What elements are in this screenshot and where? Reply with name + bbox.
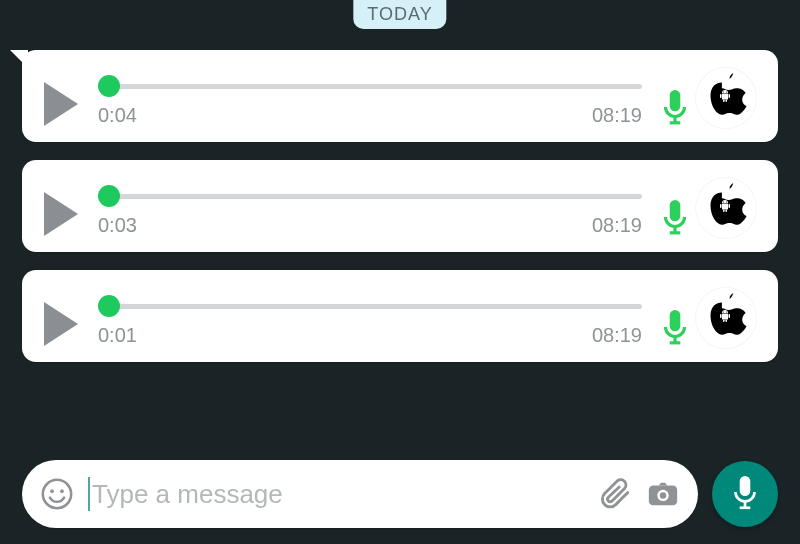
svg-rect-17 xyxy=(729,204,731,208)
camera-icon[interactable] xyxy=(646,477,680,511)
svg-point-4 xyxy=(726,92,727,93)
voice-message-bubble: 0:04 08:19 xyxy=(22,50,778,142)
svg-rect-8 xyxy=(723,100,725,103)
seekbar-thumb[interactable] xyxy=(98,295,120,317)
compose-bar: Type a message xyxy=(22,460,778,528)
audio-track-area: 0:04 08:19 xyxy=(98,68,642,127)
apple-android-icon xyxy=(704,183,748,233)
play-icon[interactable] xyxy=(44,302,78,346)
audio-track-area: 0:03 08:19 xyxy=(98,178,642,237)
emoji-icon[interactable] xyxy=(40,477,74,511)
svg-point-30 xyxy=(43,480,71,508)
svg-rect-36 xyxy=(740,476,751,496)
svg-point-13 xyxy=(723,202,724,203)
svg-rect-26 xyxy=(720,314,722,318)
svg-rect-6 xyxy=(720,94,722,98)
svg-rect-20 xyxy=(670,310,681,331)
message-time: 08:19 xyxy=(592,104,642,127)
voice-message-bubble: 0:01 08:19 xyxy=(22,270,778,362)
svg-rect-27 xyxy=(729,314,731,318)
play-icon[interactable] xyxy=(44,192,78,236)
date-pill: TODAY xyxy=(353,0,446,29)
audio-duration: 0:04 xyxy=(98,104,137,127)
svg-rect-7 xyxy=(729,94,731,98)
mic-white-icon xyxy=(731,476,759,512)
mic-icon xyxy=(662,90,688,126)
svg-rect-19 xyxy=(726,210,728,213)
audio-duration: 0:01 xyxy=(98,324,137,347)
svg-point-32 xyxy=(60,489,64,493)
sender-avatar[interactable] xyxy=(696,288,756,348)
svg-rect-25 xyxy=(722,314,728,320)
mic-icon xyxy=(662,310,688,346)
text-cursor xyxy=(88,477,90,511)
svg-point-35 xyxy=(660,492,667,499)
audio-meta: 0:04 08:19 xyxy=(98,104,642,127)
svg-point-31 xyxy=(50,489,54,493)
mic-icon xyxy=(662,200,688,236)
svg-point-23 xyxy=(723,312,724,313)
record-voice-button[interactable] xyxy=(712,461,778,527)
svg-point-24 xyxy=(726,312,727,313)
apple-android-icon xyxy=(704,293,748,343)
audio-track-area: 0:01 08:19 xyxy=(98,288,642,347)
compose-box: Type a message xyxy=(22,460,698,528)
seekbar-line xyxy=(98,304,642,309)
apple-android-icon xyxy=(704,73,748,123)
audio-seekbar[interactable] xyxy=(98,74,642,98)
svg-rect-9 xyxy=(726,100,728,103)
sender-avatar[interactable] xyxy=(696,178,756,238)
svg-rect-0 xyxy=(670,90,681,111)
svg-rect-18 xyxy=(723,210,725,213)
svg-rect-10 xyxy=(670,200,681,221)
input-placeholder: Type a message xyxy=(92,479,283,510)
audio-seekbar[interactable] xyxy=(98,184,642,208)
message-input[interactable]: Type a message xyxy=(88,460,584,528)
sender-avatar[interactable] xyxy=(696,68,756,128)
seekbar-thumb[interactable] xyxy=(98,75,120,97)
audio-duration: 0:03 xyxy=(98,214,137,237)
svg-rect-15 xyxy=(722,204,728,210)
audio-meta: 0:03 08:19 xyxy=(98,214,642,237)
seekbar-thumb[interactable] xyxy=(98,185,120,207)
message-time: 08:19 xyxy=(592,324,642,347)
svg-point-3 xyxy=(723,92,724,93)
voice-message-bubble: 0:03 08:19 xyxy=(22,160,778,252)
messages-list: 0:04 08:19 xyxy=(22,50,778,380)
seekbar-line xyxy=(98,194,642,199)
audio-seekbar[interactable] xyxy=(98,294,642,318)
svg-rect-5 xyxy=(722,94,728,100)
audio-meta: 0:01 08:19 xyxy=(98,324,642,347)
play-icon[interactable] xyxy=(44,82,78,126)
message-time: 08:19 xyxy=(592,214,642,237)
svg-rect-16 xyxy=(720,204,722,208)
svg-point-14 xyxy=(726,202,727,203)
attach-icon[interactable] xyxy=(598,477,632,511)
seekbar-line xyxy=(98,84,642,89)
svg-rect-28 xyxy=(723,320,725,323)
svg-rect-29 xyxy=(726,320,728,323)
date-label: TODAY xyxy=(367,4,432,24)
